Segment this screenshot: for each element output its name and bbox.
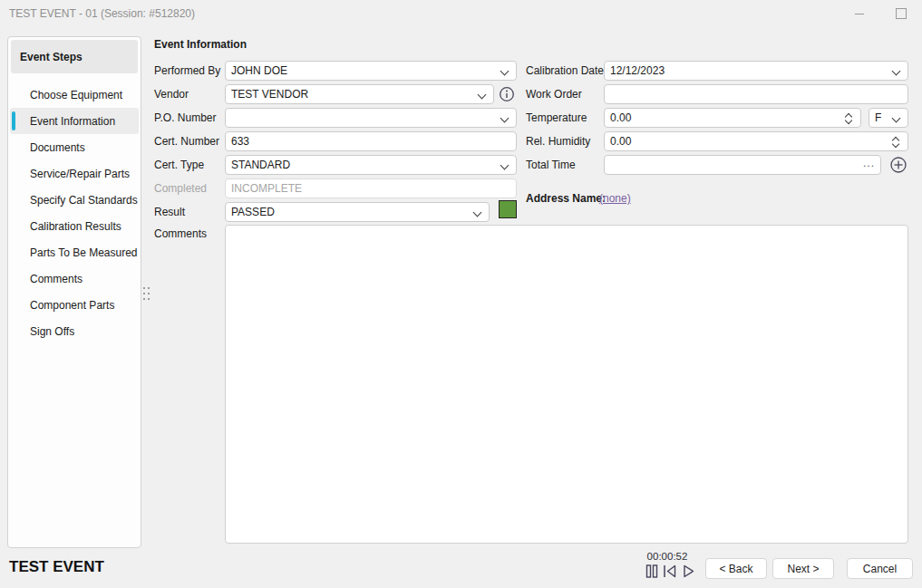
cert-number-label: Cert. Number [154, 131, 219, 151]
sidebar-item-specify-cal-standards[interactable]: Specify Cal Standards [8, 187, 141, 213]
skip-to-start-icon [662, 564, 678, 579]
calibration-date-label: Calibration Date [526, 61, 604, 81]
chevron-down-icon [892, 114, 901, 123]
add-icon [889, 156, 907, 174]
sidebar-item-label: Calibration Results [30, 220, 121, 233]
cancel-button[interactable]: Cancel [847, 558, 913, 579]
chevron-down-icon [892, 67, 901, 76]
sidebar-item-parts-to-be-measured[interactable]: Parts To Be Measured [8, 239, 141, 265]
completed-input [231, 182, 510, 195]
sidebar-item-sign-offs[interactable]: Sign Offs [8, 318, 141, 344]
selected-accent-bar [12, 111, 15, 130]
total-time-browse-button[interactable]: ... [863, 159, 875, 172]
completed-label: Completed [154, 178, 207, 198]
play-button[interactable] [682, 564, 696, 579]
back-button[interactable]: < Back [705, 558, 767, 579]
window-title: TEST EVENT - 01 (Session: #512820) [0, 7, 195, 20]
sidebar-item-comments[interactable]: Comments [8, 265, 141, 292]
result-combobox[interactable] [225, 202, 490, 222]
temperature-spinner[interactable] [604, 108, 861, 128]
chevron-down-icon [473, 208, 482, 217]
splitter-grip-icon[interactable] [143, 287, 152, 303]
calibration-date-combobox[interactable] [604, 61, 908, 81]
cert-number-input[interactable] [231, 135, 510, 148]
info-icon [499, 86, 515, 102]
event-name-title: TEST EVENT [9, 558, 104, 576]
minimize-icon [855, 14, 864, 14]
work-order-label: Work Order [526, 84, 582, 104]
maximize-icon [896, 8, 907, 19]
next-button[interactable]: Next > [772, 558, 834, 579]
vendor-combobox[interactable] [225, 84, 494, 104]
result-input[interactable] [231, 206, 467, 218]
sidebar-item-calibration-results[interactable]: Calibration Results [8, 213, 141, 239]
cert-type-combobox[interactable] [225, 155, 517, 175]
vendor-input[interactable] [231, 88, 471, 101]
sidebar-item-label: Service/Repair Parts [30, 168, 130, 180]
po-number-input[interactable] [231, 111, 494, 124]
sidebar-item-label: Specify Cal Standards [30, 194, 138, 207]
comments-label: Comments [154, 224, 207, 244]
event-steps-nav: Choose Equipment Event Information Docum… [8, 82, 141, 344]
spinner-up-down-icon[interactable] [892, 136, 900, 149]
work-order-input[interactable] [610, 88, 902, 101]
chevron-down-icon [500, 114, 510, 123]
rel-humidity-spinner[interactable] [604, 131, 908, 151]
chevron-down-icon [500, 67, 510, 76]
result-color-swatch [499, 200, 517, 218]
comments-textarea[interactable] [225, 225, 908, 544]
total-time-label: Total Time [526, 155, 576, 175]
sidebar-item-label: Parts To Be Measured [30, 246, 138, 259]
sidebar-item-event-information[interactable]: Event Information [10, 108, 139, 134]
result-label: Result [154, 202, 185, 222]
performed-by-combobox[interactable] [225, 61, 517, 81]
sidebar-item-choose-equipment[interactable]: Choose Equipment [8, 82, 141, 108]
rel-humidity-input[interactable] [610, 135, 888, 148]
po-number-combobox[interactable] [225, 108, 517, 128]
vendor-info-button[interactable] [498, 84, 516, 104]
total-time-field[interactable]: ... [604, 155, 881, 175]
spinner-up-down-icon[interactable] [845, 112, 853, 125]
temperature-unit-dropdown[interactable]: F [869, 108, 908, 128]
chevron-down-icon [478, 91, 487, 100]
total-time-input[interactable] [610, 159, 863, 171]
po-number-label: P.O. Number [154, 108, 216, 128]
add-time-button[interactable] [888, 155, 908, 175]
event-steps-header: Event Steps [11, 40, 138, 73]
minimize-button[interactable] [839, 0, 880, 27]
play-icon [682, 564, 695, 579]
sidebar-item-label: Comments [30, 273, 82, 285]
cert-type-input[interactable] [231, 159, 494, 171]
address-name-link[interactable]: (none) [599, 191, 631, 206]
pause-button[interactable] [645, 564, 660, 579]
cert-number-field[interactable] [225, 131, 517, 151]
pause-icon [645, 564, 659, 579]
chevron-down-icon [500, 161, 510, 170]
event-steps-panel: Event Steps Choose Equipment Event Infor… [7, 36, 141, 548]
sidebar-item-component-parts[interactable]: Component Parts [8, 292, 141, 318]
sidebar-item-label: Event Information [30, 115, 115, 128]
completed-field [225, 178, 517, 198]
temperature-input[interactable] [610, 111, 840, 124]
session-timer: 00:00:52 [635, 551, 700, 562]
page-title: Event Information [154, 38, 247, 51]
sidebar-item-service-repair-parts[interactable]: Service/Repair Parts [8, 160, 141, 187]
sidebar-item-label: Sign Offs [30, 325, 74, 338]
skip-to-start-button[interactable] [662, 564, 679, 579]
calibration-date-input[interactable] [610, 64, 886, 77]
address-name-label: Address Name: [526, 191, 606, 206]
rel-humidity-label: Rel. Humidity [526, 131, 590, 151]
sidebar-item-label: Choose Equipment [30, 89, 122, 101]
sidebar-item-documents[interactable]: Documents [8, 134, 141, 160]
temperature-unit-value: F [875, 111, 881, 124]
temperature-label: Temperature [526, 108, 587, 128]
sidebar-item-label: Component Parts [30, 299, 114, 312]
title-bar: TEST EVENT - 01 (Session: #512820) [0, 0, 922, 27]
performed-by-input[interactable] [231, 64, 494, 77]
vendor-label: Vendor [154, 84, 189, 104]
maximize-button[interactable] [880, 0, 922, 27]
work-order-field[interactable] [604, 84, 908, 104]
performed-by-label: Performed By [154, 61, 220, 81]
cert-type-label: Cert. Type [154, 155, 204, 175]
sidebar-item-label: Documents [30, 141, 85, 154]
